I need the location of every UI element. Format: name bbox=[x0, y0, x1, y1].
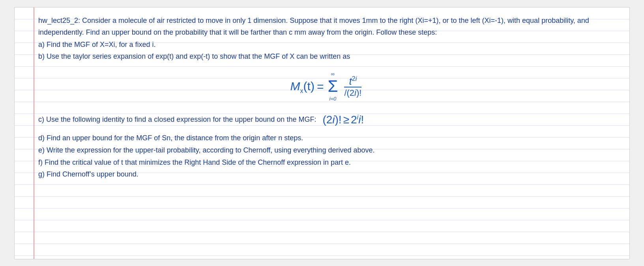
sum-symbol: Σ bbox=[328, 78, 338, 95]
problem-header: hw_lect25_2: Consider a molecule of air … bbox=[38, 15, 614, 39]
problem-text: hw_lect25_2: Consider a molecule of air … bbox=[38, 15, 614, 39]
part-a: a) Find the MGF of X=Xi, for a fixed i. bbox=[38, 39, 614, 51]
part-b: b) Use the taylor series expansion of ex… bbox=[38, 50, 614, 63]
identity-geq: ≥ bbox=[343, 110, 349, 129]
part-b-text: b) Use the taylor series expansion of ex… bbox=[38, 50, 614, 63]
summation-block: ∞ Σ i=0 bbox=[328, 70, 338, 103]
notebook-page: hw_lect25_2: Consider a molecule of air … bbox=[14, 7, 630, 259]
gap1 bbox=[38, 107, 614, 110]
numerator: t2i bbox=[349, 75, 357, 87]
identity-rhs: 2ii! bbox=[351, 110, 364, 129]
mx-symbol: Mx(t) bbox=[290, 76, 315, 96]
parts-def: d) Find an upper bound for the MGF of Sn… bbox=[38, 132, 614, 180]
part-g-text: g) Find Chernoff’s upper bound. bbox=[38, 168, 614, 180]
sum-lower: i=0 bbox=[329, 95, 337, 103]
part-d-text: d) Find an upper bound for the MGF of Sn… bbox=[38, 132, 614, 144]
identity-formula: (2i)! ≥ 2ii! bbox=[322, 110, 364, 129]
page-content: hw_lect25_2: Consider a molecule of air … bbox=[15, 7, 629, 188]
identity-lhs: (2i)! bbox=[322, 110, 341, 129]
denominator: /(2i)! bbox=[344, 87, 361, 98]
part-e-text: e) Write the expression for the upper-ta… bbox=[38, 144, 614, 156]
gap2 bbox=[38, 129, 614, 132]
mgf-formula-line: Mx(t) = ∞ Σ i=0 t2i /(2i)! bbox=[38, 70, 614, 103]
equals-sign: = bbox=[317, 77, 324, 97]
formula-fraction: t2i /(2i)! bbox=[344, 75, 361, 98]
part-a-text: a) Find the MGF of X=Xi, for a fixed i. bbox=[38, 39, 614, 51]
part-c-text: c) Use the following identity to find a … bbox=[38, 113, 316, 126]
part-c-line: c) Use the following identity to find a … bbox=[38, 110, 614, 129]
mgf-formula: Mx(t) = ∞ Σ i=0 t2i /(2i)! bbox=[290, 70, 362, 103]
part-f-text: f) Find the critical value of t that min… bbox=[38, 156, 614, 169]
